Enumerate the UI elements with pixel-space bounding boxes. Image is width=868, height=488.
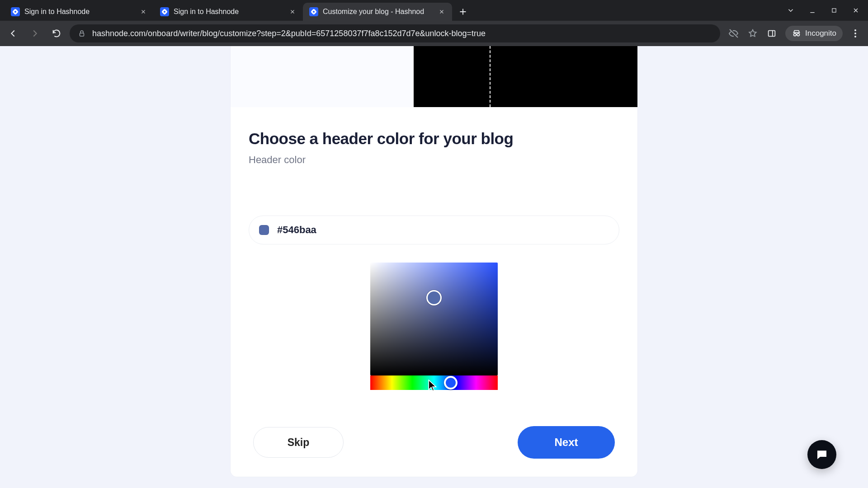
hue-handle[interactable] [444,376,458,389]
tab-item-active[interactable]: Customize your blog - Hashnod [303,3,452,21]
chat-icon [815,448,829,461]
hex-field[interactable]: #546baa [249,216,619,244]
page-viewport: Choose a header color for your blog Head… [0,46,868,488]
incognito-chip[interactable]: Incognito [785,26,843,41]
svg-point-1 [14,11,16,13]
color-swatch [259,225,269,235]
forward-button[interactable] [26,25,43,42]
window-controls [778,0,868,21]
svg-rect-7 [80,33,84,36]
address-bar: hashnode.com/onboard/writer/blog/customi… [0,21,868,46]
sub-label: Header color [249,154,619,166]
reload-button[interactable] [48,25,65,42]
hue-slider[interactable] [370,375,498,390]
svg-point-9 [794,33,797,36]
preview-divider [490,46,491,107]
tab-strip: Sign in to Hashnode Sign in to Hashnode … [0,0,868,21]
chevron-down-icon[interactable] [787,6,795,14]
svg-rect-8 [769,31,775,37]
incognito-icon [792,28,802,38]
next-button[interactable]: Next [518,426,615,459]
close-icon[interactable] [139,8,147,16]
side-panel-icon[interactable] [766,28,777,39]
hashnode-icon [11,7,20,16]
chat-fab[interactable] [807,440,836,469]
kebab-menu-icon[interactable] [851,29,860,38]
close-icon[interactable] [438,8,446,16]
hashnode-icon [160,7,169,16]
close-window-icon[interactable] [852,6,860,14]
color-picker [370,263,498,390]
maximize-icon[interactable] [830,6,838,14]
tab-title: Sign in to Hashnode [174,8,284,16]
minimize-icon[interactable] [808,6,816,14]
url-text: hashnode.com/onboard/writer/blog/customi… [92,29,486,38]
onboarding-card: Choose a header color for your blog Head… [231,46,637,477]
skip-button[interactable]: Skip [253,427,344,458]
eye-off-icon[interactable] [728,28,739,39]
tab-item[interactable]: Sign in to Hashnode [5,3,154,21]
sv-handle[interactable] [426,290,442,305]
star-icon[interactable] [747,28,758,39]
header-preview [231,46,637,107]
incognito-label: Incognito [805,29,836,38]
preview-dark [414,46,637,107]
saturation-value-area[interactable] [370,263,498,375]
tab-title: Customize your blog - Hashnod [323,8,433,16]
svg-point-5 [313,11,315,13]
svg-point-3 [164,11,165,13]
back-button[interactable] [5,25,22,42]
tab-item[interactable]: Sign in to Hashnode [154,3,303,21]
toolbar-right: Incognito [725,26,863,41]
tab-title: Sign in to Hashnode [24,8,135,16]
page-heading: Choose a header color for your blog [249,130,619,148]
svg-rect-6 [832,9,836,12]
lock-icon [78,29,86,38]
preview-light [231,46,414,107]
hex-value: #546baa [277,224,316,236]
hashnode-icon [309,7,318,16]
new-tab-button[interactable] [455,4,471,20]
close-icon[interactable] [288,8,297,16]
svg-point-10 [797,33,800,36]
omnibox[interactable]: hashnode.com/onboard/writer/blog/customi… [70,24,720,42]
